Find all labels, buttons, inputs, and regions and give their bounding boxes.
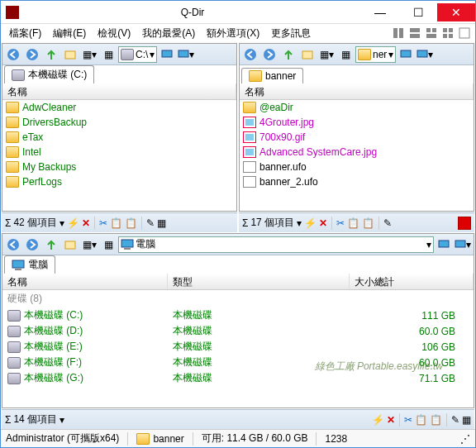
- monitor-icon-2[interactable]: ▾: [177, 45, 195, 64]
- copy-icon[interactable]: 📋: [347, 217, 359, 229]
- edit-icon[interactable]: ✎: [451, 414, 459, 426]
- view-button[interactable]: ▦▾: [80, 236, 98, 254]
- menu-more[interactable]: 更多訊息: [266, 25, 316, 42]
- cut-icon[interactable]: ✂: [336, 217, 345, 229]
- tab-computer[interactable]: 電腦: [4, 255, 55, 274]
- list-item[interactable]: DriversBackup: [2, 115, 236, 130]
- svg-point-13: [26, 49, 38, 60]
- forward-button[interactable]: [260, 45, 278, 64]
- status-user: Administrator (可攜版x64): [6, 431, 119, 446]
- cut-icon[interactable]: ✂: [404, 414, 412, 426]
- select-icon[interactable]: ▦: [157, 217, 166, 229]
- address-combo[interactable]: ner ▾: [355, 46, 396, 63]
- drive-size: 60.0 GB: [355, 357, 469, 369]
- monitor-icon-2[interactable]: ▾: [416, 45, 434, 64]
- bolt-icon[interactable]: ⚡: [372, 414, 384, 426]
- delete-icon[interactable]: ✕: [319, 217, 327, 229]
- bolt-icon[interactable]: ⚡: [67, 217, 79, 229]
- list-item[interactable]: AdwCleaner: [2, 100, 236, 115]
- minimize-button[interactable]: —: [361, 3, 399, 21]
- view-button[interactable]: ▦▾: [317, 45, 336, 64]
- bottombar-left: Σ 42 個項目▾ ⚡ ✕ ✂ 📋 📋 ✎ ▦: [2, 212, 237, 232]
- bolt-icon[interactable]: ⚡: [304, 217, 317, 229]
- list-item[interactable]: 4Grouter.jpg: [240, 115, 474, 130]
- copy-icon[interactable]: 📋: [415, 414, 427, 426]
- menu-file[interactable]: 檔案(F): [4, 25, 46, 42]
- delete-icon[interactable]: ✕: [387, 414, 395, 426]
- list-item[interactable]: banner.ufo: [240, 160, 474, 174]
- grid-button[interactable]: ▦: [99, 236, 117, 254]
- grid-button[interactable]: ▦: [336, 45, 355, 64]
- drive-row[interactable]: 本機磁碟 (E:)本機磁碟106 GB: [2, 339, 474, 355]
- cut-icon[interactable]: ✂: [99, 217, 107, 229]
- file-list-right[interactable]: @eaDir4Grouter.jpg700x90.gifAdvanced Sys…: [240, 100, 474, 211]
- edit-icon[interactable]: ✎: [383, 217, 392, 229]
- drive-row[interactable]: 本機磁碟 (F:)本機磁碟60.0 GB: [2, 355, 474, 370]
- up-button[interactable]: [42, 236, 60, 254]
- layout-icon-4[interactable]: [440, 26, 455, 41]
- drive-row[interactable]: 本機磁碟 (C:)本機磁碟111 GB: [2, 307, 474, 323]
- menu-edit[interactable]: 編輯(E): [48, 25, 91, 42]
- copy-icon[interactable]: 📋: [110, 217, 122, 229]
- list-item[interactable]: Advanced SystemCare.jpg: [240, 145, 474, 160]
- folder-icon: [243, 102, 256, 113]
- svg-rect-19: [302, 51, 312, 59]
- menu-view[interactable]: 檢視(V): [93, 25, 136, 42]
- col-size[interactable]: 大小總計: [350, 274, 474, 289]
- address-combo[interactable]: C:\ ▾: [118, 46, 157, 63]
- record-icon[interactable]: [458, 217, 471, 230]
- col-type[interactable]: 類型: [168, 274, 350, 289]
- view-button[interactable]: ▦▾: [80, 45, 98, 64]
- list-item[interactable]: banner_2.ufo: [240, 174, 474, 189]
- tab-local-c[interactable]: 本機磁碟 (C:): [4, 65, 94, 83]
- file-list-left[interactable]: AdwCleanerDriversBackupeTaxIntelMy Backu…: [2, 100, 236, 211]
- forward-button[interactable]: [23, 45, 41, 64]
- grid-button[interactable]: ▦: [99, 45, 117, 64]
- address-combo[interactable]: 電腦 ▾: [118, 236, 434, 253]
- monitor-icon[interactable]: [158, 45, 176, 64]
- list-item[interactable]: Intel: [2, 145, 236, 160]
- back-button[interactable]: [4, 236, 22, 254]
- svg-rect-15: [162, 50, 172, 57]
- explore-button[interactable]: [298, 45, 317, 64]
- layout-icon-1[interactable]: [391, 26, 406, 41]
- list-item[interactable]: eTax: [2, 130, 236, 145]
- monitor-icon[interactable]: [397, 45, 415, 64]
- layout-icon-2[interactable]: [407, 26, 422, 41]
- paste-icon[interactable]: 📋: [362, 217, 374, 229]
- up-button[interactable]: [279, 45, 298, 64]
- back-button[interactable]: [4, 45, 22, 64]
- monitor-icon-2[interactable]: ▾: [454, 236, 472, 254]
- paste-icon[interactable]: 📋: [430, 414, 442, 426]
- resize-grip-icon[interactable]: ⋰: [460, 433, 470, 445]
- select-icon[interactable]: ▦: [462, 414, 471, 426]
- drive-row[interactable]: 本機磁碟 (D:)本機磁碟60.0 GB: [2, 323, 474, 339]
- list-item[interactable]: @eaDir: [240, 100, 474, 115]
- col-name[interactable]: 名稱: [2, 83, 236, 99]
- drive-name: 本機磁碟 (E:): [24, 340, 83, 354]
- paste-icon[interactable]: 📋: [125, 217, 137, 229]
- list-item[interactable]: My Backups: [2, 160, 236, 174]
- explore-button[interactable]: [61, 236, 79, 254]
- drive-row[interactable]: 本機磁碟 (G:)本機磁碟71.1 GB: [2, 370, 474, 386]
- maximize-button[interactable]: ☐: [399, 3, 437, 21]
- menu-extra[interactable]: 額外選項(X): [202, 25, 264, 42]
- svg-rect-16: [178, 50, 188, 57]
- close-button[interactable]: ✕: [437, 3, 475, 21]
- explore-button[interactable]: [61, 45, 79, 64]
- layout-icon-3[interactable]: [424, 26, 439, 41]
- up-button[interactable]: [42, 45, 60, 64]
- tab-banner[interactable]: banner: [241, 68, 303, 83]
- delete-icon[interactable]: ✕: [82, 217, 90, 229]
- menu-fav[interactable]: 我的最愛(A): [137, 25, 200, 42]
- forward-button[interactable]: [23, 236, 41, 254]
- col-name[interactable]: 名稱: [2, 274, 168, 289]
- list-item[interactable]: PerfLogs: [2, 174, 236, 189]
- layout-icon-5[interactable]: [457, 26, 472, 41]
- list-item[interactable]: 700x90.gif: [240, 130, 474, 145]
- edit-icon[interactable]: ✎: [146, 217, 155, 229]
- drive-list[interactable]: 硬碟 (8) 本機磁碟 (C:)本機磁碟111 GB本機磁碟 (D:)本機磁碟6…: [2, 290, 474, 407]
- back-button[interactable]: [241, 45, 259, 64]
- monitor-icon[interactable]: [435, 236, 453, 254]
- col-name[interactable]: 名稱: [240, 83, 474, 99]
